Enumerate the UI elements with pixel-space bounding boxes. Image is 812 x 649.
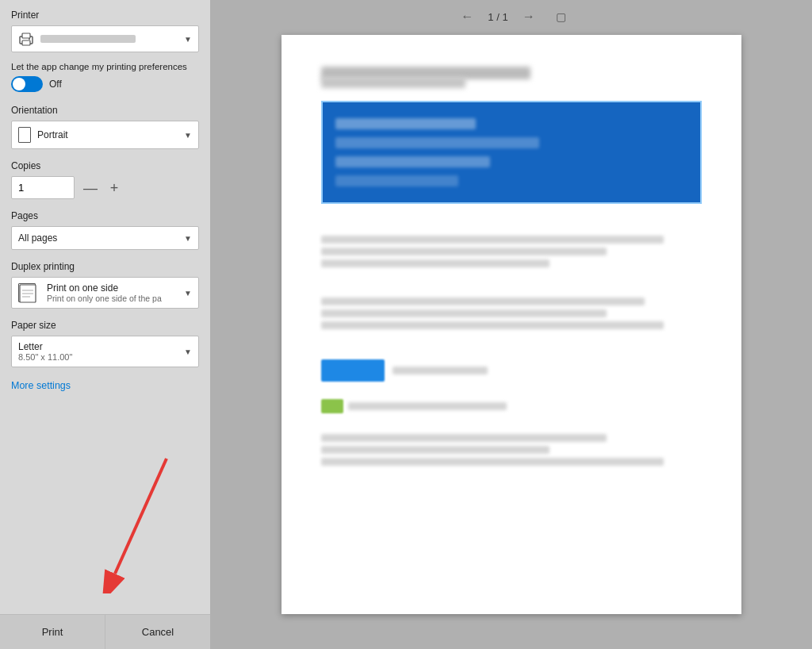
colored-block (321, 399, 343, 413)
paper-label: Paper size (11, 320, 199, 331)
pages-section: Pages All pages ▼ (11, 210, 199, 250)
duplex-sub-text: Print on only one side of the pa (47, 294, 162, 303)
duplex-chevron-icon: ▼ (184, 289, 192, 298)
content-row-3 (321, 434, 702, 466)
copies-input[interactable] (11, 176, 75, 199)
duplex-label: Duplex printing (11, 261, 199, 272)
paper-chevron-icon: ▼ (184, 348, 192, 356)
blue-header-section (321, 101, 702, 204)
printer-chevron-icon: ▼ (184, 35, 192, 44)
blue-content-4 (335, 175, 458, 186)
left-panel: Printer ▼ Let the app change (0, 0, 210, 649)
red-arrow-annotation (71, 451, 198, 593)
duplex-main-text: Print on one side (47, 282, 162, 294)
printer-section: Printer ▼ (11, 10, 199, 52)
printer-dropdown[interactable]: ▼ (11, 25, 199, 52)
svg-point-3 (29, 38, 30, 40)
pages-dropdown[interactable]: All pages ▼ (11, 226, 199, 250)
orientation-section: Orientation Portrait ▼ (11, 105, 199, 149)
printer-label: Printer (11, 10, 199, 21)
content-row-2 (321, 298, 702, 329)
copies-label: Copies (11, 160, 199, 171)
paper-section: Paper size Letter 8.50" x 11.00" ▼ (11, 320, 199, 367)
main-container: Printer ▼ Let the app change (0, 0, 812, 649)
toggle-section: Let the app change my printing preferenc… (11, 62, 199, 92)
blue-content-3 (335, 156, 490, 167)
toggle-label: Let the app change my printing preferenc… (11, 62, 199, 71)
toggle-state: Off (49, 79, 62, 90)
copies-increment-button[interactable]: + (106, 181, 122, 195)
toggle-switch[interactable] (11, 76, 43, 92)
toggle-knob (13, 78, 25, 90)
title-line-2 (321, 77, 465, 88)
printer-icon (18, 31, 34, 47)
copies-decrement-button[interactable]: — (82, 181, 98, 195)
more-settings-link[interactable]: More settings (11, 380, 199, 391)
blue-content-2 (335, 137, 540, 148)
cancel-button[interactable]: Cancel (105, 615, 210, 649)
orientation-icon (18, 127, 31, 143)
pages-label: Pages (11, 210, 199, 221)
next-page-button[interactable]: → (518, 8, 540, 25)
paper-sub-text: 8.50" x 11.00" (18, 352, 72, 362)
right-panel: ← 1 / 1 → ▢ (210, 0, 812, 649)
copies-section: Copies — + (11, 160, 199, 199)
page-navigation: ← 1 / 1 → ▢ (226, 8, 796, 25)
paper-main-text: Letter (18, 341, 72, 352)
document-preview (282, 35, 741, 614)
small-blue-element (321, 359, 385, 382)
orientation-value: Portrait (37, 129, 68, 140)
svg-rect-1 (22, 33, 30, 38)
fit-page-icon[interactable]: ▢ (556, 10, 566, 23)
svg-rect-2 (22, 40, 30, 45)
bottom-buttons: Print Cancel (0, 614, 210, 649)
duplex-section: Duplex printing Print on one side Print … (11, 261, 199, 309)
pages-chevron-icon: ▼ (184, 234, 192, 243)
title-area (321, 67, 702, 88)
page-indicator: 1 / 1 (488, 11, 508, 23)
duplex-dropdown[interactable]: Print on one side Print on only one side… (11, 277, 199, 309)
content-row-1 (321, 236, 702, 267)
svg-line-9 (115, 459, 167, 574)
print-button[interactable]: Print (0, 615, 105, 649)
printer-name-blurred (40, 35, 136, 43)
paper-dropdown[interactable]: Letter 8.50" x 11.00" ▼ (11, 336, 199, 367)
duplex-icon (18, 283, 36, 302)
orientation-label: Orientation (11, 105, 199, 116)
blue-content-1 (335, 118, 477, 129)
orientation-chevron-icon: ▼ (184, 131, 192, 140)
pages-value: All pages (18, 232, 57, 244)
orientation-dropdown[interactable]: Portrait ▼ (11, 121, 199, 149)
prev-page-button[interactable]: ← (456, 8, 478, 25)
